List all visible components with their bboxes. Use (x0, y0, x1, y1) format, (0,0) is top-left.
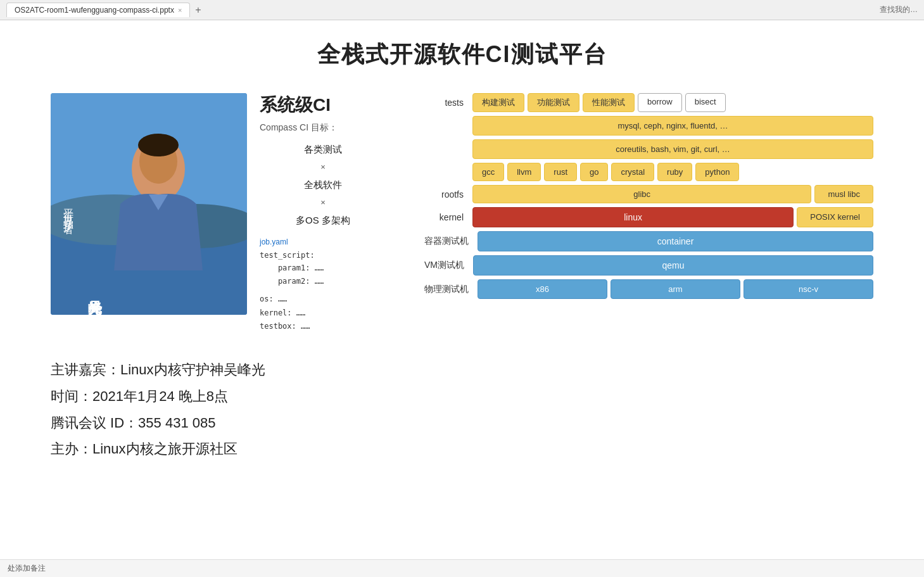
container-row: 容器测试机 container (424, 231, 873, 251)
physical-arm: arm (611, 279, 740, 299)
tab-close-button[interactable]: × (178, 6, 182, 14)
vm-label: VM测试机 (424, 260, 469, 271)
compiler-crystal: crystal (611, 163, 654, 181)
row-apps1: mysql, ceph, nginx, fluentd, … (424, 116, 873, 136)
physical-label: 物理测试机 (424, 284, 474, 295)
formula: 各类测试 × 全栈软件 × 多OS 多架构 (260, 140, 386, 230)
kernel-posix: POSIX kernel (797, 207, 873, 227)
browser-controls: 查找我的… (880, 4, 918, 15)
physical-cells: x86 arm nsc-v (478, 279, 873, 299)
left-panel: 平行世界守护者 吴峰光 系统级CI Compass CI 目标： 各类测试 × … (51, 93, 386, 334)
browser-search: 查找我的… (880, 4, 918, 15)
event-meeting-id: 腾讯会议 ID：355 431 085 (51, 410, 873, 436)
formula-line1: 各类测试 (260, 140, 386, 159)
formula-line2: 全栈软件 (260, 175, 386, 194)
row-apps2: coreutils, bash, vim, git, curl, … (424, 139, 873, 159)
rootfs-label: rootfs (424, 189, 469, 200)
job-yaml-label: job.yaml (260, 238, 386, 246)
tab-title: OS2ATC-room1-wufengguang-compass-ci.pptx (15, 6, 174, 15)
vm-cells: qemu (473, 255, 873, 276)
formula-x1: × (260, 159, 386, 175)
physical-row: 物理测试机 x86 arm nsc-v (424, 279, 873, 299)
tests-label: tests (424, 98, 469, 108)
photo-container: 平行世界守护者 吴峰光 (51, 93, 247, 315)
row-apps2-cells: coreutils, bash, vim, git, curl, … (472, 139, 873, 159)
rootfs-cells: glibc musl libc (472, 185, 873, 203)
formula-line3: 多OS 多架构 (260, 211, 386, 230)
svg-point-6 (138, 134, 179, 156)
browser-bar: OS2ATC-room1-wufengguang-compass-ci.pptx… (0, 0, 924, 20)
vm-row: VM测试机 qemu (424, 255, 873, 276)
apps2-bar: coreutils, bash, vim, git, curl, … (472, 139, 873, 159)
compiler-ruby: ruby (657, 163, 692, 181)
kernel-label: kernel (424, 212, 469, 222)
kernel-linux: linux (472, 207, 794, 227)
status-bar: 处添加备注 (0, 559, 924, 577)
test-bisect-btn[interactable]: bisect (685, 93, 726, 112)
rootfs-musl: musl libc (814, 185, 873, 203)
ci-diagram: tests 构建测试 功能测试 性能测试 borrow bisect mysql… (424, 93, 873, 299)
vm-value: qemu (473, 255, 873, 276)
event-organizer: 主办：Linux内核之旅开源社区 (51, 436, 873, 462)
compilers-row: gcc llvm rust go crystal ruby python (424, 163, 873, 181)
rootfs-row: rootfs glibc musl libc (424, 185, 873, 203)
container-value: container (478, 231, 873, 251)
row-apps1-cells: mysql, ceph, nginx, fluentd, … (472, 116, 873, 136)
kernel-row: kernel linux POSIX kernel (424, 207, 873, 227)
compiler-gcc: gcc (472, 163, 504, 181)
page-title: 全栈式开源软件CI测试平台 (51, 39, 873, 70)
status-text: 处添加备注 (8, 563, 46, 574)
job-code: test_script: param1: …… param2: …… (260, 249, 386, 288)
rootfs-glibc: glibc (472, 185, 811, 203)
photo-image: 平行世界守护者 吴峰光 (51, 93, 247, 315)
test-borrow-btn[interactable]: borrow (638, 93, 682, 112)
compass-target-label: Compass CI 目标： (260, 122, 386, 134)
test-build-btn[interactable]: 构建测试 (472, 93, 524, 112)
main-content: 全栈式开源软件CI测试平台 (0, 20, 924, 462)
browser-tab[interactable]: OS2ATC-room1-wufengguang-compass-ci.pptx… (6, 3, 190, 17)
kernel-cells: linux POSIX kernel (472, 207, 873, 227)
apps1-bar: mysql, ceph, nginx, fluentd, … (472, 116, 873, 136)
test-perf-btn[interactable]: 性能测试 (583, 93, 635, 112)
test-func-btn[interactable]: 功能测试 (528, 93, 579, 112)
formula-x2: × (260, 194, 386, 211)
compiler-llvm: llvm (507, 163, 541, 181)
tests-row: tests 构建测试 功能测试 性能测试 borrow bisect (424, 93, 873, 112)
physical-nscv: nsc-v (744, 279, 873, 299)
container-cells: container (478, 231, 873, 251)
bottom-info: 主讲嘉宾：Linux内核守护神吴峰光 时间：2021年1月24 晚上8点 腾讯会… (51, 357, 873, 462)
compiler-rust: rust (544, 163, 577, 181)
event-time: 时间：2021年1月24 晚上8点 (51, 383, 873, 410)
event-host: 主讲嘉宾：Linux内核守护神吴峰光 (51, 357, 873, 383)
compilers-cells: gcc llvm rust go crystal ruby python (472, 163, 873, 181)
compiler-go: go (580, 163, 608, 181)
container-label: 容器测试机 (424, 236, 474, 247)
content-area: 平行世界守护者 吴峰光 系统级CI Compass CI 目标： 各类测试 × … (51, 93, 873, 334)
ci-section-title: 系统级CI (260, 93, 386, 117)
tests-cells: 构建测试 功能测试 性能测试 borrow bisect (472, 93, 873, 112)
os-info: os: …… kernel: …… testbox: …… (260, 293, 386, 334)
new-tab-button[interactable]: + (195, 4, 201, 16)
ci-info-panel: 系统级CI Compass CI 目标： 各类测试 × 全栈软件 × 多OS 多… (260, 93, 386, 334)
physical-x86: x86 (478, 279, 607, 299)
compiler-python: python (695, 163, 739, 181)
